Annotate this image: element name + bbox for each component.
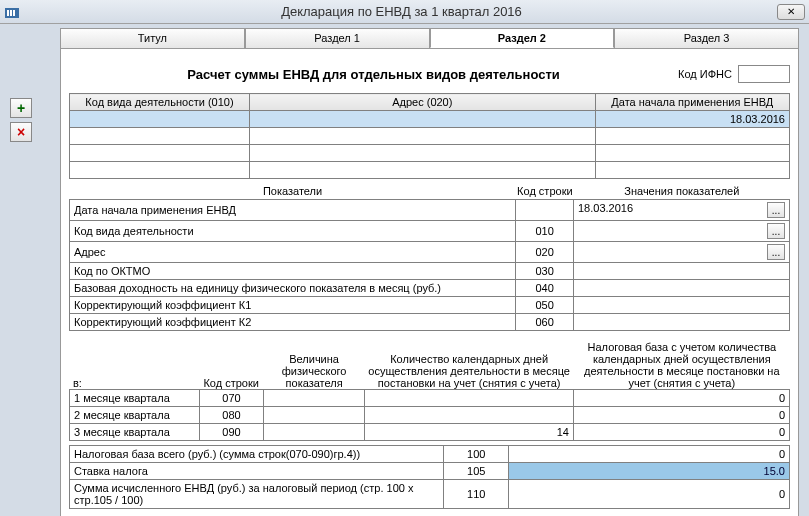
tab-razdel1[interactable]: Раздел 1 [245,28,430,48]
month-base[interactable]: 0 [573,390,789,407]
param-code [516,200,574,221]
table-row: Код по ОКТМО 030 [70,263,790,280]
totals-grid: Налоговая база всего (руб.) (сумма строк… [69,445,790,509]
month-base[interactable]: 0 [573,407,789,424]
table-row: Корректирующий коэффициент К1 050 [70,297,790,314]
param-code: 010 [516,221,574,242]
page-heading: Расчет суммы ЕНВД для отдельных видов де… [69,67,678,82]
ellipsis-button[interactable]: ... [767,202,785,218]
month-label: 3 месяце квартала [70,424,200,441]
table-row[interactable] [70,162,790,179]
hdr-days: Количество календарных дней осуществлени… [365,353,574,389]
param-value[interactable] [573,263,789,280]
months-grid: 1 месяце квартала 070 0 2 месяце квартал… [69,389,790,441]
month-headers: в: Код строки Величина физического показ… [69,341,790,389]
kod-ifns-input[interactable] [738,65,790,83]
ellipsis-button[interactable]: ... [767,244,785,260]
param-label: Код по ОКТМО [70,263,516,280]
param-label: Адрес [70,242,516,263]
table-row: Корректирующий коэффициент К2 060 [70,314,790,331]
close-button[interactable]: ✕ [777,4,805,20]
table-row[interactable] [70,128,790,145]
add-row-button[interactable]: + [10,98,32,118]
close-icon: ✕ [787,6,795,17]
titlebar: Декларация по ЕНВД за 1 квартал 2016 ✕ [0,0,809,24]
month-code: 070 [199,390,264,407]
param-value[interactable] [573,314,789,331]
hdr-linecode: Код строки [199,377,264,389]
param-headers: Показатели Код строки Значения показател… [69,185,790,197]
table-row: Ставка налога 105 15.0 [70,463,790,480]
content-panel: Расчет суммы ЕНВД для отдельных видов де… [60,48,799,516]
total-value[interactable]: 15.0 [509,463,790,480]
total-label: Сумма исчисленного ЕНВД (руб.) за налого… [70,480,444,509]
table-row[interactable]: 18.03.2016 [70,111,790,128]
params-grid: Дата начала применения ЕНВД 18.03.2016..… [69,199,790,331]
app-icon [4,4,20,20]
delete-row-button[interactable]: × [10,122,32,142]
tabbar: Титул Раздел 1 Раздел 2 Раздел 3 [60,28,799,48]
activities-grid[interactable]: Код вида деятельности (010) Адрес (020) … [69,93,790,179]
kod-ifns-label: Код ИФНС [678,68,732,80]
total-code: 105 [444,463,509,480]
month-code: 080 [199,407,264,424]
svg-rect-1 [7,10,9,16]
table-row: Дата начала применения ЕНВД 18.03.2016..… [70,200,790,221]
table-row: Базовая доходность на единицу физическог… [70,280,790,297]
cell-address[interactable] [250,111,596,128]
total-value[interactable]: 0 [509,446,790,463]
total-code: 100 [444,446,509,463]
row-toolbar: + × [10,98,32,142]
month-base[interactable]: 0 [573,424,789,441]
svg-rect-2 [10,10,12,16]
table-row: Налоговая база всего (руб.) (сумма строк… [70,446,790,463]
param-value[interactable] [573,280,789,297]
param-label: Базовая доходность на единицу физическог… [70,280,516,297]
col-activity-code: Код вида деятельности (010) [70,94,250,111]
total-label: Ставка налога [70,463,444,480]
table-row: Код вида деятельности 010 ... [70,221,790,242]
col-start-date: Дата начала применения ЕНВД [595,94,789,111]
month-code: 090 [199,424,264,441]
param-label: Дата начала применения ЕНВД [70,200,516,221]
month-label: 2 месяце квартала [70,407,200,424]
hdr-base: Налоговая база с учетом количества кален… [574,341,790,389]
param-label: Корректирующий коэффициент К1 [70,297,516,314]
month-days[interactable]: 14 [365,424,574,441]
table-row: 1 месяце квартала 070 0 [70,390,790,407]
svg-rect-3 [13,10,15,16]
cell-start-date[interactable]: 18.03.2016 [595,111,789,128]
param-value[interactable]: ... [573,242,789,263]
table-row: 2 месяце квартала 080 0 [70,407,790,424]
cell-activity-code[interactable] [70,111,250,128]
param-code: 040 [516,280,574,297]
month-days[interactable] [365,390,574,407]
param-code: 030 [516,263,574,280]
param-code: 050 [516,297,574,314]
col-address: Адрес (020) [250,94,596,111]
tab-razdel3[interactable]: Раздел 3 [614,28,799,48]
tab-razdel2[interactable]: Раздел 2 [430,28,615,48]
table-row[interactable] [70,145,790,162]
hdr-indicators: Показатели [69,185,516,197]
table-row: Адрес 020 ... [70,242,790,263]
table-row: 3 месяце квартала 090 14 0 [70,424,790,441]
total-value[interactable]: 0 [509,480,790,509]
total-label: Налоговая база всего (руб.) (сумма строк… [70,446,444,463]
param-value[interactable]: ... [573,221,789,242]
param-value[interactable]: 18.03.2016... [573,200,789,221]
param-label: Код вида деятельности [70,221,516,242]
param-value[interactable] [573,297,789,314]
hdr-in: в: [69,377,199,389]
month-days[interactable] [365,407,574,424]
month-velichina[interactable] [264,424,365,441]
ellipsis-button[interactable]: ... [767,223,785,239]
month-label: 1 месяце квартала [70,390,200,407]
tab-titul[interactable]: Титул [60,28,245,48]
month-velichina[interactable] [264,407,365,424]
table-row: Сумма исчисленного ЕНВД (руб.) за налого… [70,480,790,509]
month-velichina[interactable] [264,390,365,407]
heading-row: Расчет суммы ЕНВД для отдельных видов де… [69,65,790,83]
hdr-values: Значения показателей [574,185,790,197]
hdr-velichina: Величина физического показателя [264,353,365,389]
